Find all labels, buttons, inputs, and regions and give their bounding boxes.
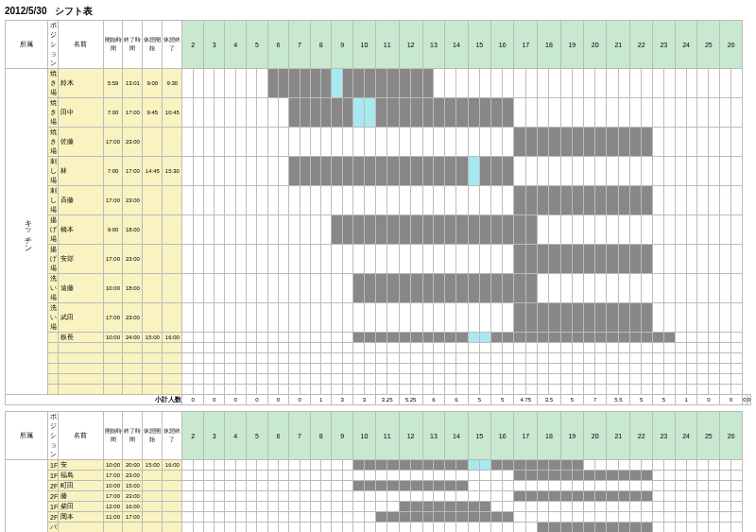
gantt-cell bbox=[387, 523, 399, 533]
end-cell: 23:00 bbox=[123, 523, 143, 533]
gantt-cell bbox=[697, 460, 709, 471]
gantt-cell bbox=[310, 491, 320, 502]
gantt-cell bbox=[584, 491, 595, 502]
gantt-cell bbox=[618, 245, 629, 274]
gantt-cell bbox=[267, 128, 278, 157]
gantt-cell bbox=[514, 481, 525, 491]
gantt-cell bbox=[387, 245, 399, 274]
gantt-cell bbox=[491, 128, 503, 157]
gantt-cell bbox=[321, 512, 332, 523]
hour-col: 19 bbox=[560, 21, 583, 69]
gantt-cell bbox=[411, 512, 422, 523]
gantt-cell bbox=[332, 333, 342, 343]
gantt-cell bbox=[572, 157, 583, 186]
gantt-cell bbox=[289, 471, 300, 481]
position-cell: 1F bbox=[48, 502, 59, 512]
gantt-cell bbox=[332, 460, 342, 471]
gantt-cell bbox=[422, 481, 434, 491]
gantt-cell bbox=[247, 128, 257, 157]
gantt-cell bbox=[267, 303, 278, 333]
gantt-cell bbox=[193, 460, 203, 471]
gantt-cell bbox=[342, 215, 352, 245]
gantt-cell bbox=[560, 245, 572, 274]
gantt-cell bbox=[503, 215, 514, 245]
gantt-cell bbox=[503, 69, 514, 98]
gantt-cell bbox=[353, 245, 365, 274]
gantt-cell bbox=[663, 215, 675, 245]
gantt-cell bbox=[514, 128, 525, 157]
gantt-cell bbox=[675, 471, 686, 481]
gantt-cell bbox=[215, 128, 225, 157]
name-cell: 林 bbox=[59, 157, 103, 186]
gantt-cell bbox=[321, 245, 332, 274]
gantt-cell bbox=[278, 274, 288, 303]
gantt-cell bbox=[491, 245, 503, 274]
gantt-cell bbox=[663, 186, 675, 215]
gantt-cell bbox=[525, 274, 537, 303]
hour-col: 21 bbox=[607, 21, 630, 69]
start-cell: 10:00 bbox=[103, 274, 123, 303]
gantt-cell bbox=[618, 128, 629, 157]
gantt-cell bbox=[332, 491, 342, 502]
gantt-cell bbox=[525, 460, 537, 471]
gantt-cell bbox=[607, 502, 618, 512]
shift-table: 所属ポジション名前開始時間終了時間休憩開始休憩終了234567891011121… bbox=[5, 20, 751, 532]
name-cell: 安 bbox=[59, 460, 103, 471]
gantt-cell bbox=[456, 128, 468, 157]
gantt-cell bbox=[332, 157, 342, 186]
gantt-cell bbox=[720, 186, 731, 215]
gantt-cell bbox=[630, 245, 642, 274]
start-cell: 7:00 bbox=[103, 157, 123, 186]
gantt-cell bbox=[642, 502, 653, 512]
gantt-cell bbox=[278, 186, 288, 215]
gantt-cell bbox=[491, 502, 503, 512]
gantt-cell bbox=[503, 333, 514, 343]
gantt-cell bbox=[278, 471, 288, 481]
gantt-cell bbox=[203, 502, 214, 512]
gantt-cell bbox=[342, 245, 352, 274]
gantt-cell bbox=[595, 512, 607, 523]
gantt-cell bbox=[203, 69, 214, 98]
gantt-cell bbox=[332, 128, 342, 157]
gantt-cell bbox=[215, 98, 225, 128]
gantt-cell bbox=[479, 333, 490, 343]
gantt-cell bbox=[225, 274, 235, 303]
gantt-cell bbox=[584, 512, 595, 523]
gantt-cell bbox=[549, 274, 560, 303]
gantt-cell bbox=[514, 502, 525, 512]
gantt-cell bbox=[503, 303, 514, 333]
gantt-cell bbox=[503, 128, 514, 157]
gantt-cell bbox=[653, 303, 664, 333]
gantt-cell bbox=[549, 303, 560, 333]
gantt-cell bbox=[387, 491, 399, 502]
gantt-cell bbox=[697, 481, 709, 491]
hour-col: 15 bbox=[468, 412, 490, 460]
gantt-cell bbox=[560, 333, 572, 343]
gantt-cell bbox=[182, 215, 193, 245]
gantt-cell bbox=[353, 157, 365, 186]
gantt-cell bbox=[310, 502, 320, 512]
gantt-cell bbox=[300, 215, 310, 245]
gantt-cell bbox=[445, 303, 456, 333]
gantt-cell bbox=[247, 491, 257, 502]
gantt-cell bbox=[257, 471, 267, 481]
position-cell: 焼き場 bbox=[48, 69, 59, 98]
subtotal-val: 0 bbox=[747, 395, 750, 405]
gantt-cell bbox=[310, 128, 320, 157]
gantt-cell bbox=[595, 128, 607, 157]
gantt-cell bbox=[193, 274, 203, 303]
gantt-cell bbox=[456, 512, 468, 523]
be-cell bbox=[163, 303, 182, 333]
gantt-cell bbox=[560, 491, 572, 502]
gantt-cell bbox=[235, 157, 246, 186]
gantt-cell bbox=[491, 481, 503, 491]
gantt-cell bbox=[653, 128, 664, 157]
gantt-cell bbox=[215, 512, 225, 523]
gantt-cell bbox=[257, 512, 267, 523]
gantt-cell bbox=[422, 512, 434, 523]
gantt-cell bbox=[642, 460, 653, 471]
gantt-cell bbox=[193, 215, 203, 245]
gantt-cell bbox=[607, 69, 618, 98]
gantt-cell bbox=[663, 491, 675, 502]
hour-col: 16 bbox=[491, 412, 514, 460]
